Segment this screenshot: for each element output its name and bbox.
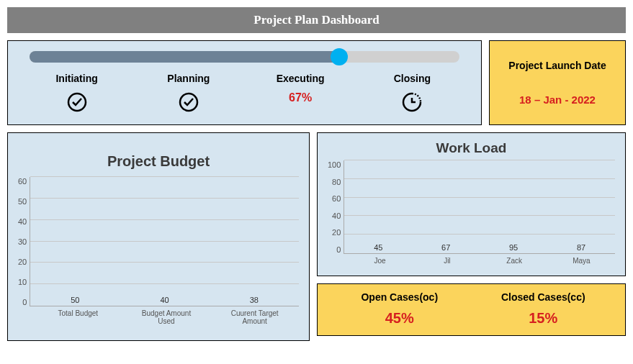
launch-date-value: 18 – Jan - 2022 — [494, 94, 621, 106]
bar: 95 — [485, 243, 542, 253]
chart-title: Project Budget — [18, 153, 299, 170]
bar: 87 — [552, 243, 610, 253]
phase-closing: Closing — [356, 73, 468, 116]
launch-date-card: Project Launch Date 18 – Jan - 2022 — [489, 40, 626, 125]
cases-card: Open Cases(oc) 45% Closed Cases(cc) 15% — [317, 283, 626, 336]
bar: 67 — [417, 243, 475, 253]
phase-label: Executing — [245, 73, 356, 84]
bar: 45 — [349, 243, 407, 253]
phase-label: Initiating — [21, 73, 133, 84]
closed-cases-value: 15% — [472, 310, 616, 327]
bar: 40 — [133, 296, 197, 306]
workload-chart: Work Load 100806040200 45679587 JoeJilZa… — [317, 132, 626, 276]
open-cases: Open Cases(oc) 45% — [328, 291, 472, 327]
open-cases-value: 45% — [328, 310, 472, 327]
phase-label: Planning — [133, 73, 244, 84]
open-cases-label: Open Cases(oc) — [328, 291, 472, 303]
phase-progress — [30, 51, 459, 63]
phase-planning: Planning — [133, 73, 244, 116]
phases-card: Initiating Planning Executing 67% Closin… — [7, 40, 482, 125]
check-circle-icon — [66, 91, 88, 116]
phase-percent: 67% — [245, 91, 356, 104]
budget-chart: Project Budget 6050403020100 504038 Tota… — [7, 132, 310, 341]
phase-executing: Executing 67% — [245, 73, 356, 116]
phase-label: Closing — [356, 73, 468, 84]
launch-title: Project Launch Date — [494, 60, 621, 71]
dashboard-title: Project Plan Dashboard — [7, 7, 626, 33]
bar: 50 — [42, 296, 107, 306]
clock-dashed-icon — [401, 91, 423, 116]
check-circle-icon — [178, 91, 199, 116]
phase-initiating: Initiating — [21, 73, 133, 116]
closed-cases: Closed Cases(cc) 15% — [472, 291, 616, 327]
closed-cases-label: Closed Cases(cc) — [472, 291, 616, 303]
bar: 38 — [222, 296, 287, 306]
chart-title: Work Load — [328, 140, 615, 156]
